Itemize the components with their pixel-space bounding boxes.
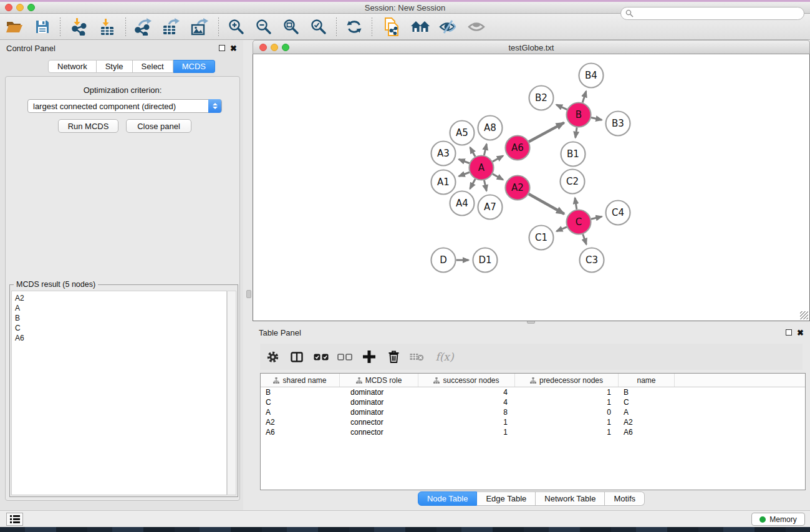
table-cell[interactable]: A	[261, 407, 340, 417]
graph-edge-A-A4[interactable]	[470, 179, 476, 189]
tab-network[interactable]: Network	[48, 60, 97, 73]
export-table-button[interactable]	[157, 16, 185, 37]
table-cell[interactable]: B	[619, 387, 675, 397]
open-session-button[interactable]	[0, 16, 29, 37]
graph-edge-A-A8[interactable]	[484, 144, 486, 155]
import-network-button[interactable]	[64, 16, 93, 37]
graph-edge-B-B3[interactable]	[591, 117, 602, 120]
graph-edge-C-C2[interactable]	[575, 198, 577, 210]
run-mcds-button[interactable]: Run MCDS	[58, 119, 118, 133]
save-session-button[interactable]	[29, 16, 56, 37]
column-header-predecessor-nodes[interactable]: predecessor nodes	[515, 374, 619, 387]
function-builder-button[interactable]: f(x)	[428, 351, 461, 363]
select-all-button[interactable]	[309, 354, 334, 360]
tab-mcds[interactable]: MCDS	[173, 60, 215, 73]
mcds-result-list[interactable]: A2ABCA6	[11, 291, 227, 495]
task-history-button[interactable]	[6, 513, 23, 526]
table-cell[interactable]: C	[261, 397, 340, 407]
table-cell[interactable]: A2	[261, 417, 340, 427]
mcds-result-item[interactable]: A6	[15, 333, 226, 343]
tab-edge-table[interactable]: Edge Table	[477, 491, 536, 506]
graph-edge-A-A2[interactable]	[493, 174, 503, 180]
zoom-in-button[interactable]	[223, 16, 250, 37]
table-cell[interactable]: 1	[418, 417, 515, 427]
criterion-dropdown[interactable]: largest connected component (directed)	[27, 99, 222, 113]
table-row[interactable]: A2connector11A2	[261, 417, 805, 427]
node-table[interactable]: shared nameMCDS rolesuccessor nodesprede…	[260, 373, 806, 490]
table-cell[interactable]: A6	[261, 427, 340, 437]
graph-edge-A-A6[interactable]	[493, 156, 503, 162]
table-cell[interactable]: 1	[515, 387, 619, 397]
zoom-out-button[interactable]	[250, 16, 277, 37]
graph-edge-B-B1[interactable]	[576, 127, 577, 137]
home-button[interactable]	[407, 16, 433, 37]
tab-style[interactable]: Style	[97, 60, 133, 73]
table-cell[interactable]: 8	[418, 407, 515, 417]
toggle-details-button[interactable]	[433, 16, 462, 37]
tab-motifs[interactable]: Motifs	[605, 491, 645, 506]
column-header-successor-nodes[interactable]: successor nodes	[418, 374, 515, 387]
column-view-button[interactable]	[285, 352, 309, 362]
table-cell[interactable]: 0	[515, 407, 619, 417]
show-hide-button[interactable]	[462, 16, 491, 37]
clone-network-button[interactable]	[376, 16, 407, 37]
graph-edge-A6-B[interactable]	[529, 123, 564, 142]
mcds-result-item[interactable]: C	[15, 323, 226, 333]
memory-button[interactable]: Memory	[751, 513, 805, 526]
graph-edge-A-A1[interactable]	[459, 172, 470, 176]
graph-edge-A2-C[interactable]	[529, 194, 564, 214]
window-resize-grip[interactable]	[800, 311, 808, 319]
delete-column-button[interactable]	[382, 351, 405, 363]
table-row[interactable]: A6connector11A6	[261, 427, 805, 437]
column-header-shared-name[interactable]: shared name	[261, 374, 340, 387]
table-cell[interactable]: 1	[515, 417, 619, 427]
table-row[interactable]: Bdominator41B	[261, 387, 805, 397]
refresh-layout-button[interactable]	[340, 16, 368, 37]
close-table-panel-icon[interactable]: ✖	[797, 329, 804, 337]
graph-edge-A-A7[interactable]	[484, 180, 486, 191]
tab-network-table[interactable]: Network Table	[536, 491, 605, 506]
table-cell[interactable]: 1	[515, 427, 619, 437]
graph-edge-C-C4[interactable]	[591, 216, 602, 219]
graph-edge-B-B4[interactable]	[582, 91, 586, 102]
table-cell[interactable]: A2	[619, 417, 675, 427]
tab-node-table[interactable]: Node Table	[418, 491, 478, 506]
mcds-result-item[interactable]: A	[15, 303, 226, 313]
vertical-splitter-handle[interactable]	[246, 290, 251, 298]
table-cell[interactable]: 4	[418, 387, 515, 397]
graph-edge-C-C1[interactable]	[556, 227, 567, 231]
import-table-button[interactable]	[93, 16, 122, 37]
table-cell[interactable]: 1	[515, 397, 619, 407]
search-field[interactable]	[620, 7, 804, 20]
graph-edge-C-C3[interactable]	[583, 234, 587, 244]
float-panel-icon[interactable]	[219, 45, 225, 51]
tab-select[interactable]: Select	[133, 60, 173, 73]
table-cell[interactable]: B	[261, 387, 340, 397]
deselect-all-button[interactable]	[334, 354, 356, 360]
graph-edge-B-B2[interactable]	[556, 105, 567, 110]
table-cell[interactable]: connector	[340, 417, 418, 427]
graph-edge-A-A3[interactable]	[459, 159, 470, 163]
settings-gear-button[interactable]	[260, 351, 285, 364]
table-row[interactable]: Adominator80A	[261, 407, 805, 417]
close-panel-icon[interactable]: ✖	[230, 44, 237, 52]
column-header-MCDS-role[interactable]: MCDS role	[340, 374, 418, 387]
add-column-button[interactable]	[356, 351, 382, 363]
table-cell[interactable]: connector	[340, 427, 418, 437]
table-row[interactable]: Cdominator41C	[261, 397, 805, 407]
network-canvas[interactable]: B4B2BB3A8A5A6A3B1AC2A1A2A4A7C4CC1C3DD1	[253, 54, 810, 321]
table-cell[interactable]: A6	[619, 427, 675, 437]
table-cell[interactable]: dominator	[340, 397, 418, 407]
table-cell[interactable]: 1	[418, 427, 515, 437]
float-table-panel-icon[interactable]	[786, 329, 792, 336]
export-image-button[interactable]	[185, 16, 215, 37]
table-cell[interactable]: A	[619, 407, 675, 417]
column-header-name[interactable]: name	[619, 374, 675, 387]
zoom-fit-button[interactable]	[277, 16, 305, 37]
mcds-result-item[interactable]: A2	[15, 293, 226, 303]
export-network-button[interactable]	[130, 16, 157, 37]
mcds-result-item[interactable]: B	[15, 313, 226, 323]
delete-table-button[interactable]	[405, 352, 428, 361]
table-cell[interactable]: dominator	[340, 407, 418, 417]
graph-edge-A-A5[interactable]	[470, 147, 475, 157]
